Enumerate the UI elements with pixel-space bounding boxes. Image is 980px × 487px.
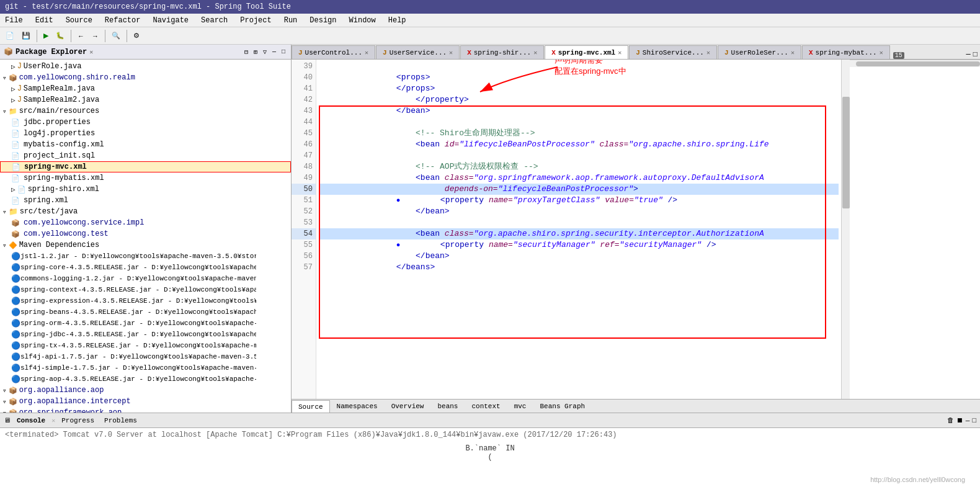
maximize-editor-btn[interactable]: □ [973,50,978,59]
tree-item-userrole[interactable]: ▷ J UserRole.java [0,61,291,72]
tab-close[interactable]: ✕ [618,49,621,56]
tree-item-spring-orm[interactable]: 🔵 spring-orm-4.3.5.RELEASE.jar - D:¥yell… [0,318,291,329]
bottom-tab-beans[interactable]: beans [430,400,465,413]
tab-close[interactable]: ✕ [791,49,795,56]
h-scrollbar[interactable] [850,60,980,67]
toolbar-search[interactable]: 🔍 [109,30,123,42]
tree-item-slf4j-simple[interactable]: 🔵 slf4j-simple-1.7.5.jar - D:¥yellowcong… [0,362,291,373]
tree-item-spring-jdbc[interactable]: 🔵 spring-jdbc-4.3.5.RELEASE.jar - D:¥yel… [0,329,291,340]
console-icon: 🖥 [4,416,11,424]
tree-item-spring-mvc[interactable]: 📄 spring-mvc.xml [0,161,291,172]
toolbar-back[interactable]: ← [74,30,87,42]
tab-close[interactable]: ✕ [449,49,453,56]
tree-item-spring-expression[interactable]: 🔵 spring-expression-4.3.5.RELEASE.jar - … [0,295,291,306]
tab-close[interactable]: ✕ [880,49,883,56]
tree-item-test[interactable]: 📦 com.yellowcong.test [0,228,291,239]
tree-item-aopalliance-aop[interactable]: ▿ 📦 org.aopalliance.aop [0,385,291,396]
menu-btn[interactable]: ▽ [261,48,269,56]
tree-item-jdbc[interactable]: 📄 jdbc.properties [0,117,291,128]
tab-label: spring-shir... [474,49,531,56]
code-content[interactable]: 声明周期需要 配置在spring-mvc中 [316,60,841,399]
tree-item-spring-beans[interactable]: 🔵 spring-beans-4.3.5.RELEASE.jar - D:¥ye… [0,306,291,318]
console-tab-console[interactable]: Console [13,416,49,425]
right-scrollbar[interactable] [841,60,850,399]
minimize-editor-btn[interactable]: — [966,50,971,59]
tree-item-project-init[interactable]: 📄 project_init.sql [0,150,291,161]
tree-item-spring-core[interactable]: 🔵 spring-core-4.3.5.RELEASE.jar - D:¥yel… [0,262,291,273]
bottom-tab-overview[interactable]: Overview [385,400,431,413]
tree-item-resources-folder[interactable]: ▿ 📁 src/main/resources [0,105,291,117]
menu-edit[interactable]: Edit [33,16,56,25]
tab-userrolesrv[interactable]: J UserRoleSer... ✕ [718,45,801,59]
h-scroll-thumb[interactable] [856,61,980,66]
bottom-tab-source[interactable]: Source [292,400,330,413]
tree-item-realm-pkg[interactable]: ▿ 📦 com.yellowcong.shiro.realm [0,72,291,83]
tab-spring-mybat[interactable]: X spring-mybat... ✕ [802,45,890,59]
menu-window[interactable]: Window [347,16,378,25]
menu-help[interactable]: Help [386,16,409,25]
minimize-btn[interactable]: — [270,48,278,56]
toolbar-save[interactable]: 💾 [19,30,33,42]
collapse-btn[interactable]: ⊟ [243,48,250,56]
toolbar-new[interactable]: 📄 [2,30,17,42]
toolbar-extra[interactable]: ⚙ [130,30,143,42]
tree-item-test-folder[interactable]: ▿ 📁 src/test/java [0,206,291,217]
tree-item-spring[interactable]: 📄 spring.xml [0,195,291,206]
tree-item-samplerealm[interactable]: ▷ J SampleRealm.java [0,83,291,94]
tab-shiroservice[interactable]: J ShiroService... ✕ [629,45,717,59]
tab-close[interactable]: ✕ [706,49,710,56]
menu-file[interactable]: File [2,16,25,25]
tree-item-maven[interactable]: ▿ 🔶 Maven Dependencies [0,239,291,251]
tree-item-spring-shiro[interactable]: ▷ 📄 spring-shiro.xml [0,184,291,195]
bottom-tab-namespaces[interactable]: Namespaces [330,400,385,413]
bottom-tab-beans-graph[interactable]: Beans Graph [533,400,592,413]
tree-item-spring-mybatis[interactable]: 📄 spring-mybatis.xml [0,172,291,184]
tab-overflow[interactable]: 15 [893,52,904,59]
line-num-49: 49 [292,172,316,184]
tree-item-aopalliance-intercept[interactable]: ▿ 📦 org.aopalliance.intercept [0,396,291,407]
bottom-tab-mvc[interactable]: mvc [507,400,533,413]
tree-item-commons-logging[interactable]: 🔵 commons-logging-1.2.jar - D:¥yellowcon… [0,273,291,284]
tree-item-spring-aop[interactable]: 🔵 spring-aop-4.3.5.RELEASE.jar - D:¥yell… [0,373,291,385]
tab-usercontrol[interactable]: J UserControl... ✕ [292,45,375,59]
menu-run[interactable]: Run [282,16,300,25]
console-maximize-btn[interactable]: □ [972,417,976,424]
line-num-41: 41 [292,83,316,94]
console-minimize-btn[interactable]: — [966,417,970,424]
expand-btn[interactable]: ⊞ [252,48,259,56]
tab-spring-shiro[interactable]: X spring-shir... ✕ [460,45,544,59]
tree-item-mybatis-config[interactable]: 📄 mybatis-config.xml [0,139,291,150]
console-tab-progress[interactable]: Progress [58,416,98,425]
tree-item-slf4j-api[interactable]: 🔵 slf4j-api-1.7.5.jar - D:¥yellowcong¥to… [0,351,291,362]
tree-item-jstl[interactable]: 🔵 jstl-1.2.jar - D:¥yellowcong¥tools¥apa… [0,251,291,262]
line-num-50: 50 [292,184,316,195]
tree-item-spring-context[interactable]: 🔵 spring-context-4.3.5.RELEASE.jar - D:¥… [0,284,291,295]
menu-navigate[interactable]: Navigate [150,16,191,25]
console-stop-btn[interactable]: ⏹ [956,416,963,424]
menu-source[interactable]: Source [63,16,95,25]
toolbar-forward[interactable]: → [89,30,102,42]
menu-project[interactable]: Project [238,16,274,25]
tab-spring-mvc[interactable]: X spring-mvc.xml ✕ [545,45,628,59]
tree-item-spring-tx[interactable]: 🔵 spring-tx-4.3.5.RELEASE.jar - D:¥yello… [0,340,291,351]
tree-item-springframework-aop[interactable]: ▿ 📦 org.springframework.aop [0,407,291,413]
code-editor[interactable]: 39 40 41 42 43 44 45 46 47 48 49 50 51 5… [292,60,850,399]
console-tab-problems[interactable]: Problems [100,416,141,425]
toolbar-sep3 [105,30,105,42]
scroll-thumb[interactable] [842,97,850,208]
code-line-44: <!-- Shiro生命周期处理器--> [319,117,839,128]
tree-item-samplerealm2[interactable]: ▷ J SampleRealm2.java [0,94,291,105]
menu-refactor[interactable]: Refactor [102,16,143,25]
toolbar-run[interactable]: ▶ [40,30,51,42]
bottom-tab-context[interactable]: context [465,400,507,413]
toolbar-debug[interactable]: 🐛 [53,30,68,42]
tab-close[interactable]: ✕ [533,49,537,56]
menu-design[interactable]: Design [307,16,339,25]
maximize-btn[interactable]: □ [280,48,287,56]
tree-item-log4j[interactable]: 📄 log4j.properties [0,128,291,139]
menu-search[interactable]: Search [198,16,230,25]
tab-userservice[interactable]: J UserService... ✕ [376,45,460,59]
tree-item-service-impl[interactable]: 📦 com.yellowcong.service.impl [0,217,291,228]
console-clear-btn[interactable]: 🗑 [947,416,954,424]
tab-close[interactable]: ✕ [365,49,368,56]
